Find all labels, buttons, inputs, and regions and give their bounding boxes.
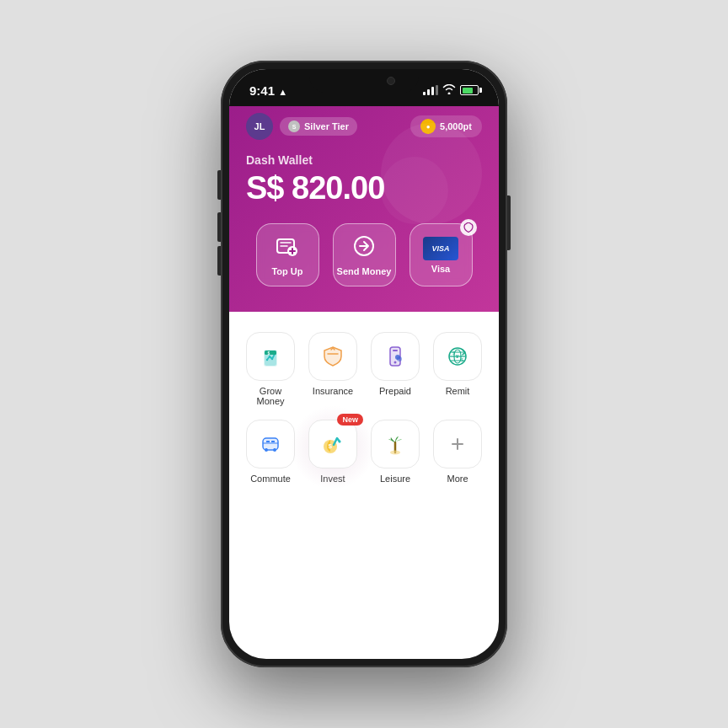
svg-text:$: $ — [329, 442, 333, 450]
svg-rect-31 — [271, 441, 275, 442]
remit-icon-box: ¥ $ $ — [433, 332, 482, 381]
svg-rect-25 — [263, 438, 278, 450]
wallet-currency: S$ — [246, 170, 292, 206]
action-buttons: Top Up Send Money — [246, 223, 482, 286]
signal-icon — [423, 85, 438, 95]
top-up-icon — [276, 234, 299, 263]
visa-notification — [460, 219, 477, 236]
svg-rect-9 — [265, 351, 276, 355]
leisure-icon-box — [371, 420, 420, 468]
commute-label: Commute — [250, 474, 291, 484]
top-up-label: Top Up — [271, 266, 302, 276]
top-up-button[interactable]: Top Up — [256, 223, 319, 286]
svg-point-7 — [271, 358, 273, 360]
tier-label: Silver Tier — [304, 121, 349, 131]
remit-label: Remit — [446, 386, 470, 396]
tier-dot-icon: S — [288, 120, 300, 132]
service-item-leisure[interactable]: Leisure — [367, 416, 423, 487]
more-label: More — [447, 474, 468, 484]
invest-label: Invest — [320, 474, 345, 484]
svg-text:$: $ — [461, 357, 463, 362]
service-item-more[interactable]: More — [430, 416, 485, 487]
prepaid-icon-box — [371, 332, 420, 381]
visa-label: Visa — [431, 264, 450, 274]
commute-icon-box — [246, 420, 295, 468]
services-grid: $ Grow Money Insuran — [243, 329, 485, 487]
services-panel: $ Grow Money Insuran — [229, 312, 499, 495]
status-icons — [423, 84, 479, 97]
svg-text:$: $ — [452, 351, 455, 356]
notch — [309, 69, 419, 93]
visa-card-icon: VISA — [423, 237, 458, 260]
insurance-label: Insurance — [313, 386, 353, 396]
grow-money-label: Grow Money — [246, 386, 295, 406]
tier-badge[interactable]: S Silver Tier — [280, 117, 357, 136]
service-item-insurance[interactable]: Insurance — [305, 329, 361, 410]
svg-point-35 — [339, 441, 341, 443]
send-money-button[interactable]: Send Money — [333, 223, 396, 286]
service-item-remit[interactable]: ¥ $ $ Remit — [430, 329, 485, 410]
service-item-commute[interactable]: Commute — [243, 416, 298, 487]
avatar: JL — [246, 113, 273, 140]
svg-point-5 — [266, 359, 268, 361]
new-badge: New — [337, 414, 363, 426]
send-money-label: Send Money — [337, 266, 392, 276]
status-time: 9:41 ▲ — [249, 83, 287, 98]
more-icon-box — [433, 420, 482, 468]
svg-point-17 — [397, 356, 402, 361]
service-item-prepaid[interactable]: Prepaid — [367, 329, 423, 410]
visa-button[interactable]: VISA Visa — [410, 223, 473, 286]
svg-point-37 — [390, 451, 400, 455]
invest-icon-box: New $ — [308, 420, 357, 468]
front-camera — [387, 77, 395, 85]
leisure-label: Leisure — [380, 474, 410, 484]
svg-point-6 — [269, 356, 270, 357]
header-area: JL S Silver Tier ● 5,000pt Dash Wallet S… — [229, 106, 499, 312]
insurance-icon-box — [308, 332, 357, 381]
prepaid-label: Prepaid — [379, 386, 411, 396]
wallet-value: 820.00 — [292, 170, 384, 206]
svg-text:$: $ — [268, 351, 270, 356]
wifi-icon — [442, 84, 456, 97]
svg-point-15 — [394, 361, 397, 364]
user-info: JL S Silver Tier — [246, 113, 357, 140]
svg-rect-14 — [393, 350, 398, 351]
phone-frame: 9:41 ▲ — [221, 61, 507, 667]
service-item-grow-money[interactable]: $ Grow Money — [243, 329, 298, 410]
send-money-icon — [352, 234, 376, 263]
grow-money-icon-box: $ — [246, 332, 295, 381]
svg-rect-30 — [266, 441, 270, 442]
phone-screen: 9:41 ▲ — [229, 69, 499, 659]
service-item-invest[interactable]: New $ Invest — [305, 416, 361, 487]
battery-icon — [460, 85, 479, 95]
